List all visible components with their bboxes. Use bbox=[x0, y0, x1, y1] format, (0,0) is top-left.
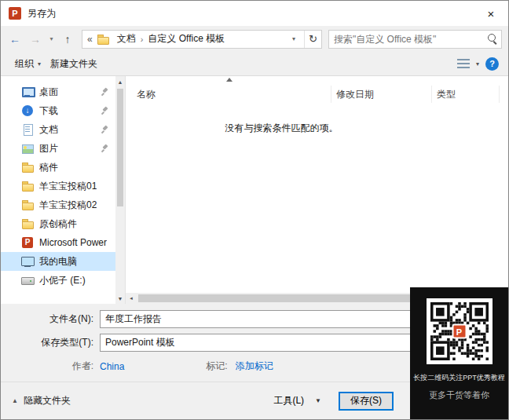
sidebar-item-icon bbox=[21, 161, 34, 173]
powerpoint-brand-icon: P bbox=[452, 324, 467, 339]
sidebar-item[interactable]: 稿件 bbox=[1, 158, 115, 177]
change-view-icon[interactable] bbox=[457, 59, 470, 68]
navigation-bar: ← → ▾ ↑ « 文档 › 自定义 Office 模板 ▾ ↻ bbox=[1, 26, 508, 52]
up-button[interactable]: ↑ bbox=[58, 30, 77, 49]
window-title: 另存为 bbox=[27, 7, 56, 20]
pin-icon bbox=[101, 87, 109, 97]
save-as-dialog: P 另存为 × ← → ▾ ↑ « 文档 › 自定义 Office 模板 ▾ ↻ bbox=[0, 0, 509, 420]
sidebar-item-label: 羊宝宝投稿01 bbox=[39, 180, 97, 193]
pin-icon bbox=[101, 144, 109, 153]
views-dropdown-icon[interactable]: ▾ bbox=[476, 60, 479, 68]
sidebar-item-icon bbox=[21, 104, 34, 117]
sidebar-items: 桌面 下载 文档 bbox=[1, 82, 115, 290]
breadcrumb: « 文档 › 自定义 Office 模板 ▾ bbox=[82, 31, 304, 48]
hide-folders-button[interactable]: ▲ 隐藏文件夹 bbox=[12, 394, 71, 407]
powerpoint-app-icon: P bbox=[9, 7, 21, 20]
refresh-button[interactable]: ↻ bbox=[304, 31, 321, 48]
empty-folder-message: 没有与搜索条件匹配的项。 bbox=[126, 122, 508, 135]
search-icon[interactable] bbox=[484, 31, 501, 48]
sidebar-item[interactable]: 小伲子 (E:) bbox=[1, 271, 115, 290]
column-header-label: 类型 bbox=[437, 88, 456, 101]
scrollbar-thumb[interactable] bbox=[117, 89, 123, 206]
address-bar: « 文档 › 自定义 Office 模板 ▾ ↻ bbox=[82, 30, 322, 49]
sidebar-item-icon bbox=[21, 142, 34, 155]
forward-icon: → bbox=[30, 33, 41, 46]
back-button[interactable]: ← bbox=[5, 30, 24, 49]
breadcrumb-item-custom-office-templates[interactable]: 自定义 Office 模板 bbox=[145, 32, 228, 46]
sidebar-item-icon bbox=[21, 199, 34, 211]
column-header-label: 名称 bbox=[137, 88, 156, 101]
sidebar-item-icon bbox=[21, 236, 34, 249]
new-folder-button[interactable]: 新建文件夹 bbox=[46, 54, 102, 74]
filetype-value: PowerPoint 模板 bbox=[105, 336, 175, 349]
address-dropdown-icon[interactable]: ▾ bbox=[287, 35, 301, 42]
forward-button[interactable]: → bbox=[26, 30, 45, 49]
search-box bbox=[328, 30, 502, 49]
sidebar-item[interactable]: Microsoft Power bbox=[1, 233, 115, 252]
sidebar-item[interactable]: 羊宝宝投稿01 bbox=[1, 177, 115, 195]
sidebar-item[interactable]: 羊宝宝投稿02 bbox=[1, 195, 115, 214]
close-button[interactable]: × bbox=[474, 1, 508, 26]
sidebar-scrollbar[interactable]: ▲ ▼ bbox=[115, 76, 125, 304]
titlebar: P 另存为 × bbox=[1, 1, 508, 26]
hide-folders-label: 隐藏文件夹 bbox=[24, 394, 71, 407]
close-icon: × bbox=[488, 7, 495, 20]
refresh-icon: ↻ bbox=[309, 33, 317, 45]
sidebar-item-label: 原创稿件 bbox=[39, 217, 77, 231]
column-header[interactable]: 修改日期 bbox=[331, 86, 432, 103]
save-button[interactable]: 保存(S) bbox=[339, 392, 394, 411]
organize-button[interactable]: 组织 ▾ bbox=[10, 54, 46, 74]
tags-label: 标记: bbox=[206, 360, 227, 373]
sidebar-item[interactable]: 原创稿件 bbox=[1, 214, 115, 233]
sidebar-item[interactable]: 文档 bbox=[1, 120, 115, 139]
sidebar-item-icon bbox=[21, 123, 34, 136]
sidebar-item-icon bbox=[21, 86, 34, 98]
up-icon: ↑ bbox=[65, 33, 71, 46]
filetype-label: 保存类型(T): bbox=[1, 336, 100, 349]
recent-locations-button[interactable]: ▾ bbox=[46, 30, 57, 49]
chevron-down-icon: ▼ bbox=[315, 397, 321, 404]
qr-caption-line2: 更多干货等着你 bbox=[429, 389, 489, 401]
qr-watermark-overlay: P 长按二维码关注PPT优秀教程 更多干货等着你 bbox=[410, 287, 508, 419]
sidebar-item-label: 羊宝宝投稿02 bbox=[39, 199, 97, 212]
sort-ascending-icon bbox=[226, 78, 233, 82]
search-input[interactable] bbox=[329, 34, 484, 45]
sidebar-item-icon bbox=[21, 217, 34, 230]
sidebar-item-label: 小伲子 (E:) bbox=[39, 274, 86, 287]
sidebar-item[interactable]: 下载 bbox=[1, 101, 115, 120]
add-tag-link[interactable]: 添加标记 bbox=[236, 360, 273, 373]
column-header[interactable]: 类型 bbox=[432, 86, 500, 103]
sidebar-item-label: 图片 bbox=[39, 142, 58, 155]
chevron-down-icon: ▾ bbox=[49, 35, 53, 42]
sidebar-item[interactable]: 图片 bbox=[1, 139, 115, 158]
qr-caption-line1: 长按二维码关注PPT优秀教程 bbox=[413, 373, 505, 383]
sidebar-item-label: Microsoft Power bbox=[39, 237, 107, 248]
file-list: 名称 修改日期 类型 没有与搜索条件匹配的项。 ◂ ▸ bbox=[125, 76, 508, 304]
tools-button[interactable]: 工具(L) ▼ bbox=[267, 391, 328, 411]
content-area: 桌面 下载 文档 bbox=[1, 75, 508, 304]
breadcrumb-item-documents[interactable]: 文档 bbox=[114, 32, 139, 46]
breadcrumb-overflow-icon[interactable]: « bbox=[87, 34, 93, 45]
back-icon: ← bbox=[9, 33, 20, 46]
scroll-left-icon[interactable]: ◂ bbox=[126, 295, 137, 301]
sidebar-item-icon bbox=[21, 180, 34, 192]
pin-icon bbox=[101, 125, 109, 134]
organize-label: 组织 bbox=[15, 57, 34, 71]
scroll-up-icon[interactable]: ▲ bbox=[115, 76, 125, 87]
scroll-down-icon[interactable]: ▼ bbox=[115, 293, 125, 304]
chevron-up-icon: ▲ bbox=[12, 397, 18, 404]
sidebar-item[interactable]: 我的电脑 bbox=[1, 252, 115, 271]
filename-label: 文件名(N): bbox=[1, 312, 100, 326]
sidebar-item-icon bbox=[21, 255, 34, 268]
sidebar-item-label: 稿件 bbox=[39, 161, 58, 174]
author-value[interactable]: China bbox=[100, 361, 124, 372]
column-header[interactable]: 名称 bbox=[126, 86, 331, 103]
tools-label: 工具(L) bbox=[273, 394, 304, 407]
breadcrumb-separator-icon: › bbox=[139, 35, 145, 44]
qr-code: P bbox=[427, 298, 493, 364]
sidebar-item[interactable]: 桌面 bbox=[1, 82, 115, 101]
toolbar-right-group: ▾ ? bbox=[457, 57, 499, 71]
sidebar-item-label: 文档 bbox=[39, 123, 58, 137]
help-icon[interactable]: ? bbox=[485, 57, 499, 71]
sidebar-item-icon bbox=[21, 274, 34, 287]
